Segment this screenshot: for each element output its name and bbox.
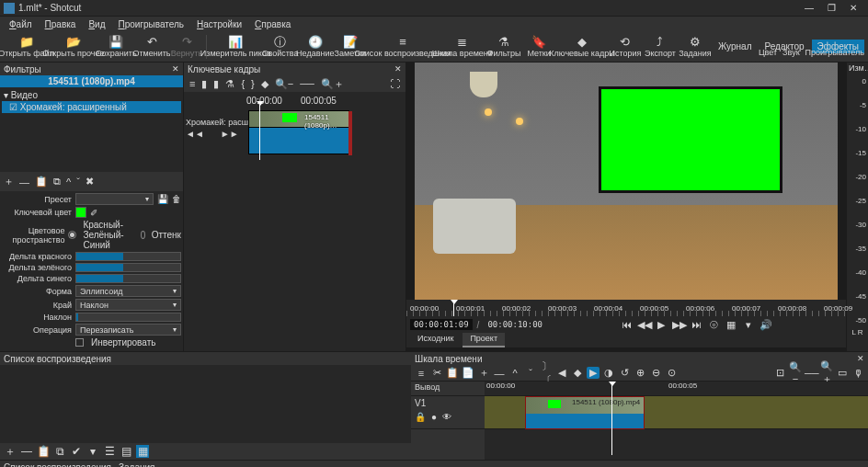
tl-tool-16[interactable]: ⊙ bbox=[665, 367, 678, 379]
tl-tool-11[interactable]: ▶ bbox=[587, 367, 600, 379]
toolbar-Ключевые кадры[interactable]: ◆Ключевые кадры bbox=[556, 34, 608, 59]
transport-btn-6[interactable]: ▦ bbox=[725, 319, 737, 331]
preview-tab-Исходник[interactable]: Исходник bbox=[410, 333, 461, 347]
kf-tool-9[interactable]: 🔍＋ bbox=[319, 77, 346, 91]
kf-tool-6[interactable]: ◆ bbox=[259, 78, 270, 90]
transport-btn-0[interactable]: ⏮ bbox=[620, 319, 633, 331]
track-mute-icon[interactable]: ● bbox=[431, 412, 437, 422]
edge-combo[interactable]: Наклон bbox=[75, 299, 181, 311]
colorspace-hue-radio[interactable] bbox=[141, 231, 145, 239]
playlist-btn-8[interactable]: ▦ bbox=[136, 445, 149, 458]
tl-tool-9[interactable]: ◀ bbox=[555, 367, 568, 379]
timeline-close-icon[interactable]: ✕ bbox=[857, 354, 864, 363]
filter-tree-leaf[interactable]: ☑ Хромакей: расширенный bbox=[2, 101, 181, 113]
delta-red-slider[interactable] bbox=[75, 252, 181, 261]
tl-tool-12[interactable]: ◑ bbox=[602, 367, 615, 379]
menu-Справка[interactable]: Справка bbox=[249, 18, 296, 30]
kf-tool-0[interactable]: ≡ bbox=[188, 78, 197, 89]
timeline-playhead[interactable] bbox=[611, 382, 612, 455]
toolbar-Свойства[interactable]: ⓘСвойства bbox=[263, 34, 298, 59]
preset-combo[interactable] bbox=[75, 193, 154, 205]
tl-tool-19[interactable]: ── bbox=[805, 368, 817, 379]
timeline-clip[interactable]: 154511 (1080p).mp4 bbox=[525, 396, 645, 429]
kf-tool-4[interactable]: { bbox=[239, 78, 246, 89]
filter-ctrl-4[interactable]: ^ bbox=[66, 177, 71, 188]
tl-tool-15[interactable]: ⊖ bbox=[649, 367, 662, 379]
timecode-current[interactable]: 00:00:01:09 bbox=[410, 319, 473, 330]
close-button[interactable]: ✕ bbox=[842, 3, 864, 13]
layout-sub-Цвет[interactable]: Цвет bbox=[759, 48, 777, 57]
toolbar-Открыть прочее[interactable]: 📂Открыть прочее bbox=[49, 34, 97, 59]
track-visible-icon[interactable]: 👁 bbox=[442, 412, 451, 422]
keycolor-swatch[interactable] bbox=[75, 207, 86, 218]
transport-btn-2[interactable]: ▶ bbox=[655, 319, 668, 331]
keyframes-close-icon[interactable]: ✕ bbox=[394, 64, 402, 74]
status-Задания[interactable]: Задания bbox=[119, 462, 155, 467]
tl-tool-17[interactable]: ⊡ bbox=[773, 367, 786, 379]
preview-viewport[interactable] bbox=[415, 63, 838, 300]
playlist-btn-1[interactable]: — bbox=[20, 445, 33, 458]
delta-blue-slider[interactable] bbox=[75, 274, 181, 283]
toolbar-История[interactable]: ⟲История bbox=[608, 34, 643, 59]
tl-tool-5[interactable]: — bbox=[493, 368, 506, 379]
kf-next-button[interactable]: ►► bbox=[221, 129, 239, 139]
kf-prev-button[interactable]: ◄◄ bbox=[186, 129, 204, 139]
preset-delete-icon[interactable]: 🗑 bbox=[172, 194, 181, 204]
kf-tool-3[interactable]: ⚗ bbox=[223, 78, 236, 90]
toolbar-Вернуть[interactable]: ↷Вернуть bbox=[169, 34, 204, 59]
filter-ctrl-1[interactable]: — bbox=[19, 177, 29, 188]
toolbar-Список воспроизведения[interactable]: ≡Список воспроизведения bbox=[368, 34, 439, 59]
minimize-button[interactable]: — bbox=[798, 3, 820, 13]
toolbar-Отменить[interactable]: ↶Отменить bbox=[134, 34, 169, 59]
shape-combo[interactable]: Эллипсоид bbox=[75, 285, 181, 297]
filter-ctrl-6[interactable]: ✖ bbox=[86, 176, 94, 188]
toolbar-Сохранить[interactable]: 💾Сохранить bbox=[98, 34, 134, 59]
menu-Файл[interactable]: Файл bbox=[4, 18, 38, 30]
toolbar-Фильтры[interactable]: ⚗Фильтры bbox=[486, 34, 521, 59]
colorspace-rgb-radio[interactable] bbox=[68, 231, 76, 239]
playlist-btn-3[interactable]: ⧉ bbox=[53, 445, 66, 458]
playlist-btn-7[interactable]: ▤ bbox=[120, 445, 132, 458]
kf-playhead[interactable] bbox=[259, 105, 260, 160]
tl-tool-1[interactable]: ✂ bbox=[430, 367, 443, 379]
layout-sub-Звук[interactable]: Звук bbox=[782, 48, 799, 57]
tl-tool-22[interactable]: 🎙 bbox=[851, 368, 864, 379]
tl-tool-7[interactable]: ˇ bbox=[524, 368, 537, 379]
preset-save-icon[interactable]: 💾 bbox=[157, 194, 168, 204]
toolbar-Задания[interactable]: ⚙Задания bbox=[678, 34, 713, 59]
toolbar-Недавние[interactable]: 🕘Недавние bbox=[298, 34, 333, 59]
playlist-btn-4[interactable]: ✔ bbox=[70, 445, 83, 458]
toolbar-Шкала времени[interactable]: ≣Шкала времени bbox=[438, 34, 486, 59]
timeline-track-header[interactable]: V1 🔒●👁 bbox=[411, 396, 485, 429]
tl-tool-0[interactable]: ≡ bbox=[415, 368, 428, 379]
kf-clip[interactable]: 154511 (1080p)… bbox=[248, 110, 349, 154]
kf-tool-5[interactable]: } bbox=[249, 78, 257, 89]
filter-tree-root[interactable]: ▾ Видео bbox=[2, 89, 181, 101]
menu-Проигрыватель[interactable]: Проигрыватель bbox=[112, 18, 189, 30]
kf-tool-7[interactable]: 🔍− bbox=[273, 78, 295, 90]
tl-tool-3[interactable]: 📄 bbox=[462, 367, 474, 379]
tl-tool-4[interactable]: ＋ bbox=[477, 366, 490, 380]
kf-tool-2[interactable]: ▮ bbox=[211, 78, 221, 90]
filters-close-icon[interactable]: ✕ bbox=[172, 64, 179, 74]
tl-tool-10[interactable]: ◆ bbox=[571, 367, 584, 379]
preview-tab-Проект[interactable]: Проект bbox=[463, 333, 505, 347]
filter-ctrl-0[interactable]: ＋ bbox=[4, 175, 14, 188]
preview-playhead[interactable] bbox=[453, 300, 454, 316]
playlist-btn-2[interactable]: 📋 bbox=[37, 445, 50, 458]
transport-btn-4[interactable]: ⏭ bbox=[690, 319, 702, 331]
invert-checkbox[interactable] bbox=[75, 338, 84, 347]
transport-btn-7[interactable]: ▾ bbox=[742, 319, 755, 331]
filter-ctrl-2[interactable]: 📋 bbox=[35, 176, 48, 188]
status-Список воспроизведения[interactable]: Список воспроизведения bbox=[4, 462, 111, 467]
transport-btn-3[interactable]: ▶▶ bbox=[672, 319, 685, 331]
kf-tool-1[interactable]: ▮ bbox=[200, 78, 209, 90]
layout-sub-Проигрыватель[interactable]: Проигрыватель bbox=[805, 48, 864, 57]
eyedropper-icon[interactable]: ✐ bbox=[90, 208, 97, 218]
filter-ctrl-3[interactable]: ⧉ bbox=[53, 176, 61, 188]
tl-tool-21[interactable]: ▭ bbox=[836, 367, 849, 379]
menu-Правка[interactable]: Правка bbox=[40, 18, 82, 30]
tl-tool-14[interactable]: ⊕ bbox=[634, 367, 646, 379]
layout-tab-Журнал[interactable]: Журнал bbox=[713, 40, 758, 53]
tl-tool-6[interactable]: ^ bbox=[508, 368, 521, 379]
